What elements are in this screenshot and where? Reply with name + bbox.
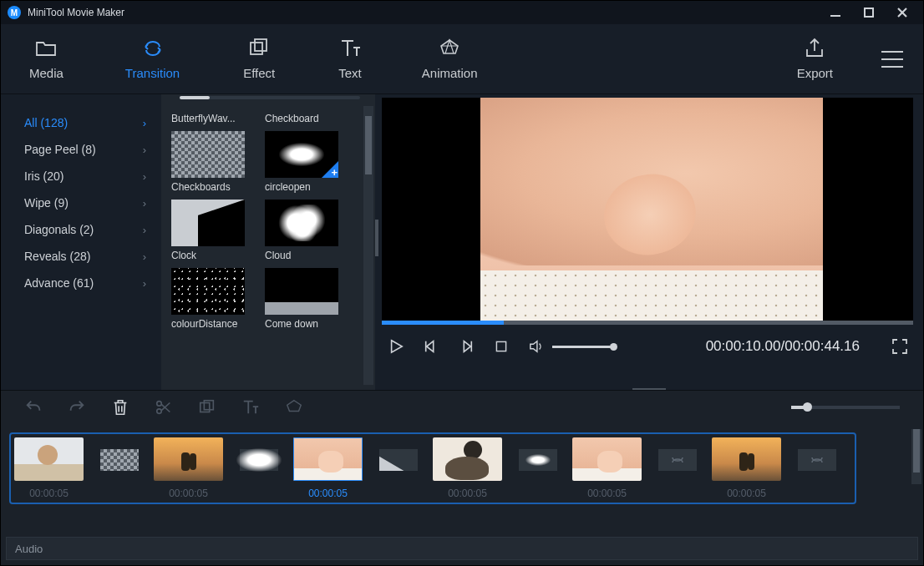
timeline-toolbar xyxy=(1,391,923,424)
transitions-panel: ButterflyWav... Checkboard Checkboards +… xyxy=(161,94,375,390)
nav-animation[interactable]: Animation xyxy=(414,38,486,80)
stop-button[interactable] xyxy=(492,337,510,356)
sidebar-item-diagonals[interactable]: Diagonals (2)› xyxy=(1,216,161,243)
clip[interactable]: 00:00:05 xyxy=(14,437,84,499)
thumb-size-slider[interactable] xyxy=(180,96,360,99)
transition-thumb xyxy=(265,268,338,315)
timeline-panel: 00:00:05 00:00:05 00:00:05 00:00:05 00:0… xyxy=(1,390,923,565)
transition-thumb xyxy=(171,131,245,178)
svg-rect-4 xyxy=(251,43,262,54)
nav-label: Export xyxy=(797,66,833,80)
text-tool-button[interactable] xyxy=(241,398,260,417)
player-controls: 00:00:10.00/00:00:44.16 xyxy=(382,325,913,368)
transition-item[interactable]: Checkboards xyxy=(171,131,255,196)
transition-item[interactable]: ButterflyWav... xyxy=(171,109,255,128)
transition-item[interactable]: + circleopen xyxy=(265,131,348,196)
sidebar-item-all[interactable]: All (128)› xyxy=(1,109,161,136)
undo-button[interactable] xyxy=(24,398,43,417)
clip[interactable]: 00:00:05 xyxy=(154,437,223,499)
svg-rect-8 xyxy=(496,341,505,351)
nav-label: Media xyxy=(29,66,63,80)
nav-label: Effect xyxy=(243,66,275,80)
preview-frame xyxy=(480,98,823,325)
clip-selected[interactable]: 00:00:05 xyxy=(293,437,363,499)
nav-label: Text xyxy=(338,66,362,80)
nav-transition[interactable]: Transition xyxy=(117,38,188,80)
clip[interactable]: 00:00:05 xyxy=(712,437,781,499)
animation-tool-button[interactable] xyxy=(285,398,303,417)
preview-panel: 00:00:10.00/00:00:44.16 xyxy=(375,94,923,390)
menu-button[interactable] xyxy=(881,51,903,68)
split-button[interactable] xyxy=(155,398,173,417)
add-icon[interactable]: + xyxy=(331,166,338,178)
chevron-right-icon: › xyxy=(143,117,146,129)
transition-item[interactable]: Clock xyxy=(171,200,255,265)
prev-frame-button[interactable] xyxy=(422,337,440,356)
transition-icon xyxy=(142,38,164,59)
svg-point-10 xyxy=(157,409,162,414)
grid-scrollbar[interactable] xyxy=(363,106,373,385)
chevron-right-icon: › xyxy=(143,144,146,156)
svg-rect-12 xyxy=(204,401,213,410)
nav-label: Transition xyxy=(125,66,180,80)
animation-icon xyxy=(439,38,460,59)
timeline-scrollbar[interactable] xyxy=(911,429,921,484)
sidebar-item-wipe[interactable]: Wipe (9)› xyxy=(1,190,161,216)
transition-slot-empty[interactable] xyxy=(658,449,697,471)
nav-media[interactable]: Media xyxy=(21,38,72,80)
fullscreen-button[interactable] xyxy=(891,338,908,355)
preview-video[interactable] xyxy=(382,98,913,325)
minimize-button[interactable] xyxy=(830,7,841,18)
chevron-right-icon: › xyxy=(143,224,146,236)
nav-effect[interactable]: Effect xyxy=(235,38,283,80)
svg-rect-5 xyxy=(255,39,267,51)
play-button[interactable] xyxy=(387,337,405,356)
volume-slider[interactable] xyxy=(552,346,614,348)
transition-slot-empty[interactable] xyxy=(798,449,836,471)
chevron-right-icon: › xyxy=(143,250,146,263)
nav-export[interactable]: Export xyxy=(789,38,841,80)
export-icon xyxy=(804,38,825,59)
timeline[interactable]: 00:00:05 00:00:05 00:00:05 00:00:05 00:0… xyxy=(1,424,923,565)
transition-slot[interactable] xyxy=(519,449,557,471)
crop-button[interactable] xyxy=(198,398,216,417)
redo-button[interactable] xyxy=(68,398,86,417)
transition-thumb xyxy=(171,200,245,246)
svg-rect-11 xyxy=(201,403,210,412)
maximize-button[interactable] xyxy=(863,7,875,18)
category-sidebar: All (128)› Page Peel (8)› Iris (20)› Wip… xyxy=(1,94,161,390)
transition-slot[interactable] xyxy=(379,449,418,471)
sidebar-item-advance[interactable]: Advance (61)› xyxy=(1,270,161,296)
sidebar-item-iris[interactable]: Iris (20)› xyxy=(1,163,161,190)
seek-progress xyxy=(382,321,504,325)
audio-track[interactable]: Audio xyxy=(6,537,918,560)
transition-item[interactable]: colourDistance xyxy=(171,268,255,333)
transition-thumb: + xyxy=(265,131,338,178)
clip[interactable]: 00:00:05 xyxy=(572,437,642,499)
transition-thumb xyxy=(265,200,338,246)
chevron-right-icon: › xyxy=(143,170,146,183)
text-icon xyxy=(339,38,361,59)
transition-item[interactable]: Cloud xyxy=(265,200,348,265)
titlebar: M MiniTool Movie Maker xyxy=(1,1,923,24)
transition-thumb xyxy=(171,268,245,315)
svg-rect-1 xyxy=(865,8,873,17)
zoom-slider[interactable] xyxy=(791,406,900,409)
sidebar-item-reveals[interactable]: Reveals (28)› xyxy=(1,243,161,270)
top-nav: Media Transition Effect Text Animation E… xyxy=(1,24,923,94)
effect-icon xyxy=(248,38,270,59)
clip[interactable]: 00:00:05 xyxy=(433,437,502,499)
sidebar-item-pagepeel[interactable]: Page Peel (8)› xyxy=(1,136,161,163)
transition-item[interactable]: Come down xyxy=(265,268,348,333)
app-window: M MiniTool Movie Maker Media Transition … xyxy=(0,0,924,566)
volume-button[interactable] xyxy=(527,337,546,356)
transition-slot[interactable] xyxy=(100,449,139,471)
close-button[interactable] xyxy=(896,7,908,18)
next-frame-button[interactable] xyxy=(457,337,475,356)
nav-text[interactable]: Text xyxy=(330,38,370,80)
transition-item[interactable]: Checkboard xyxy=(265,109,348,128)
transition-slot[interactable] xyxy=(240,449,278,471)
delete-button[interactable] xyxy=(111,398,129,417)
svg-point-9 xyxy=(157,402,162,407)
nav-label: Animation xyxy=(422,66,478,80)
